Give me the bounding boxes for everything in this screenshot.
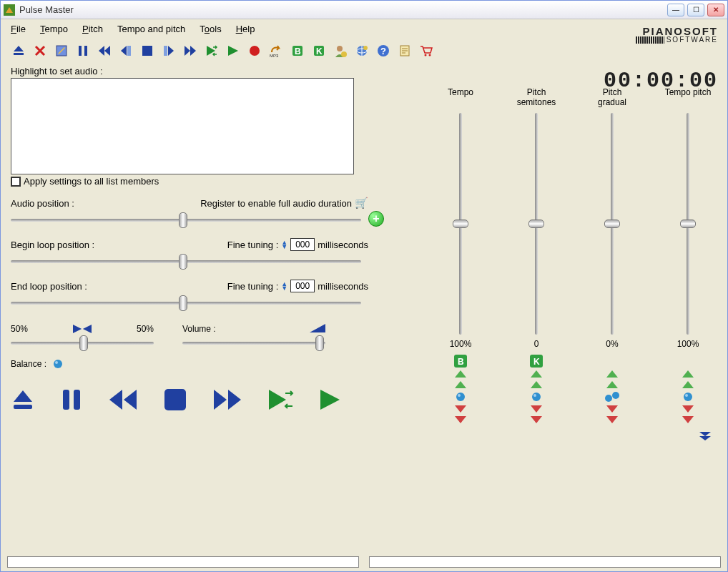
apply-all-checkbox[interactable]: [11, 177, 21, 187]
begin-loop-slider[interactable]: [11, 254, 361, 270]
svg-point-32: [425, 54, 427, 56]
pitch-grad-spheres-icon[interactable]: [604, 391, 621, 403]
doc-icon[interactable]: [397, 43, 413, 59]
help-icon[interactable]: ?: [375, 43, 391, 59]
menu-pitch[interactable]: Pitch: [82, 24, 103, 34]
tempo-down-red-icon[interactable]: [454, 405, 467, 413]
time-display: 00:00:00: [604, 69, 718, 93]
svg-marker-53: [455, 381, 466, 388]
audio-position-slider[interactable]: [11, 212, 361, 228]
tempo-sphere-icon[interactable]: [455, 391, 466, 403]
svg-marker-57: [455, 416, 466, 423]
pause-button[interactable]: [59, 388, 84, 414]
svg-marker-14: [185, 46, 190, 56]
pitch-k-button[interactable]: K: [530, 355, 543, 368]
pitch-grad-up2-icon[interactable]: [606, 380, 619, 389]
globe-icon[interactable]: [354, 43, 370, 59]
end-fine-input[interactable]: [290, 280, 315, 292]
register-cart-icon[interactable]: 🛒: [355, 197, 368, 209]
begin-mark-icon[interactable]: B: [290, 43, 305, 59]
audio-listbox[interactable]: [11, 78, 354, 174]
pitch-semi-sphere-icon[interactable]: [531, 391, 542, 403]
pitch-grad-value: 0%: [606, 339, 618, 349]
tempo-pitch-up-icon[interactable]: [682, 370, 694, 378]
menu-help[interactable]: Help: [236, 24, 255, 34]
minimize-button[interactable]: —: [667, 4, 684, 16]
menu-tempo-pitch[interactable]: Tempo and pitch: [117, 24, 185, 34]
svg-marker-56: [455, 405, 466, 413]
svg-text:?: ?: [380, 46, 386, 56]
pitch-grad-up-icon[interactable]: [606, 370, 619, 378]
volume-triangle-icon: [310, 324, 325, 332]
pitch-semi-slider[interactable]: [528, 113, 544, 335]
svg-point-54: [456, 393, 465, 401]
menu-file[interactable]: File: [11, 24, 26, 34]
rewind-button[interactable]: [108, 388, 138, 414]
pitch-grad-down-icon[interactable]: [606, 405, 619, 413]
svg-marker-67: [606, 381, 618, 388]
begin-loop-label: Begin loop position :: [11, 240, 94, 250]
audio-position-label: Audio position :: [11, 198, 74, 209]
svg-text:B: B: [295, 46, 301, 56]
end-loop-slider[interactable]: [11, 295, 361, 311]
eject-icon[interactable]: [11, 43, 26, 59]
tempo-pitch-up2-icon[interactable]: [682, 380, 694, 389]
end-loop-label: End loop position :: [11, 281, 87, 292]
tempo-slider[interactable]: [453, 113, 468, 335]
end-mark-icon[interactable]: K: [311, 43, 327, 59]
svg-marker-72: [682, 370, 694, 378]
volume-slider[interactable]: [182, 335, 325, 351]
mp3-icon[interactable]: MP3: [268, 43, 284, 59]
tempo-b-button[interactable]: B: [454, 355, 467, 368]
step-fwd-icon[interactable]: [161, 43, 177, 59]
play-loop-button[interactable]: [267, 388, 294, 414]
add-button[interactable]: +: [368, 211, 384, 227]
tempo-pitch-down2-icon[interactable]: [682, 415, 694, 424]
tempo-pitch-slider[interactable]: [680, 113, 696, 335]
tempo-down-red2-icon[interactable]: [454, 415, 467, 424]
tempo-up-green-icon[interactable]: [454, 370, 467, 378]
play-icon[interactable]: [225, 43, 241, 59]
rewind-icon[interactable]: [97, 43, 112, 59]
pitch-semi-up-icon[interactable]: [530, 370, 543, 378]
balance-slider[interactable]: [11, 335, 154, 351]
cart-icon[interactable]: [418, 43, 434, 59]
svg-marker-35: [83, 325, 92, 333]
menu-tempo[interactable]: Tempo: [40, 24, 68, 34]
svg-point-25: [341, 51, 347, 57]
pitch-grad-down2-icon[interactable]: [606, 415, 619, 424]
pitch-semi-value: 0: [534, 339, 539, 349]
tempo-up-green2-icon[interactable]: [454, 380, 467, 389]
end-fine-spinner[interactable]: ▲▼: [281, 282, 287, 290]
pause-icon[interactable]: [75, 43, 91, 59]
svg-rect-40: [14, 405, 32, 409]
fastfwd-button[interactable]: [212, 388, 242, 414]
edit-icon[interactable]: [54, 43, 69, 59]
step-back-icon[interactable]: [118, 43, 134, 59]
pitch-semi-down2-icon[interactable]: [530, 415, 543, 424]
pitch-grad-slider[interactable]: [604, 113, 620, 335]
delete-icon[interactable]: [32, 43, 48, 59]
play-loop-icon[interactable]: [204, 43, 220, 59]
stop-icon[interactable]: [139, 43, 155, 59]
svg-marker-49: [320, 390, 340, 410]
pitch-semi-up2-icon[interactable]: [530, 380, 543, 389]
menu-tools[interactable]: Tools: [200, 24, 221, 34]
user-icon[interactable]: [333, 43, 348, 59]
record-icon[interactable]: [247, 43, 262, 59]
transport-controls: [11, 387, 390, 415]
svg-marker-60: [531, 370, 542, 378]
fast-fwd-icon[interactable]: [182, 43, 198, 59]
stop-button[interactable]: [162, 387, 188, 415]
eject-button[interactable]: [11, 388, 35, 414]
tempo-pitch-down-icon[interactable]: [682, 405, 694, 413]
close-button[interactable]: ✕: [707, 4, 724, 16]
tempo-pitch-sphere-icon[interactable]: [682, 391, 694, 403]
pitch-semi-down-icon[interactable]: [530, 405, 543, 413]
maximize-button[interactable]: ☐: [687, 4, 704, 16]
play-button[interactable]: [318, 388, 341, 414]
collapse-icon[interactable]: [699, 431, 712, 441]
begin-fine-input[interactable]: [290, 238, 315, 251]
begin-fine-spinner[interactable]: ▲▼: [281, 240, 287, 249]
svg-marker-78: [699, 432, 711, 436]
